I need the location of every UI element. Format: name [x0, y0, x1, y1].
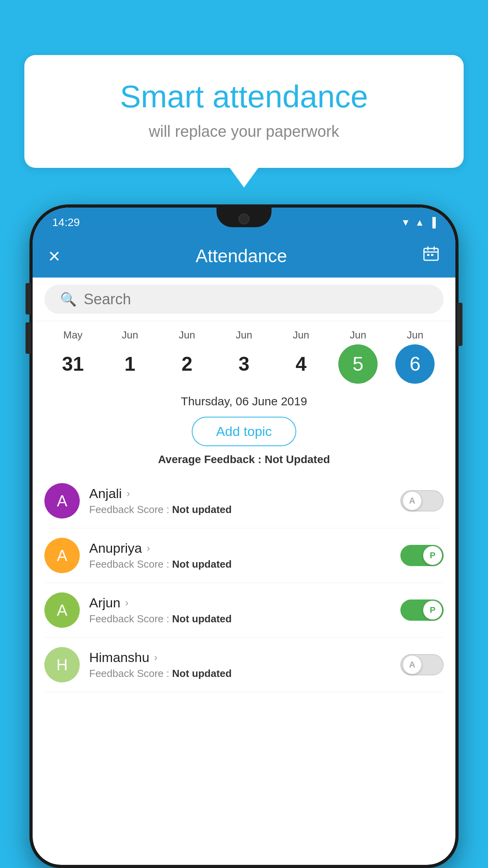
signal-icon: ▲: [415, 217, 424, 228]
date-day[interactable]: 6: [395, 344, 435, 384]
search-bar[interactable]: 🔍: [44, 285, 444, 314]
avatar: A: [44, 483, 80, 519]
date-item[interactable]: Jun3: [218, 329, 270, 384]
date-month: Jun: [293, 329, 309, 341]
attendance-toggle[interactable]: P: [400, 545, 444, 566]
date-month: Jun: [179, 329, 195, 341]
avatar: A: [44, 538, 80, 573]
student-info: Anjali ›Feedback Score : Not updated: [89, 486, 391, 516]
attendance-toggle[interactable]: A: [400, 654, 444, 675]
date-item[interactable]: Jun4: [275, 329, 327, 384]
bubble-title: Smart attendance: [56, 79, 432, 115]
svg-rect-4: [427, 254, 429, 256]
toggle-container[interactable]: A: [400, 654, 444, 675]
selected-date: Thursday, 06 June 2019: [33, 388, 455, 414]
student-name: Anupriya ›: [89, 541, 391, 556]
student-item[interactable]: HHimanshu ›Feedback Score : Not updatedA: [44, 638, 444, 692]
average-feedback-label: Average Feedback :: [158, 453, 262, 465]
feedback-value: Not updated: [172, 504, 232, 515]
date-item[interactable]: Jun2: [161, 329, 213, 384]
toggle-knob: A: [403, 655, 422, 674]
avatar: A: [44, 592, 80, 628]
student-name: Arjun ›: [89, 595, 391, 611]
search-input[interactable]: [84, 291, 428, 308]
avatar: H: [44, 647, 80, 682]
toggle-container[interactable]: A: [400, 490, 444, 511]
date-item[interactable]: Jun1: [105, 329, 156, 384]
date-selector: May31Jun1Jun2Jun3Jun4Jun5Jun6: [33, 321, 455, 388]
student-info: Arjun ›Feedback Score : Not updated: [89, 595, 391, 625]
student-item[interactable]: AAnjali ›Feedback Score : Not updatedA: [44, 474, 444, 528]
date-item[interactable]: Jun5: [332, 329, 383, 384]
date-month: Jun: [350, 329, 366, 341]
toggle-container[interactable]: P: [400, 545, 444, 566]
search-icon: 🔍: [60, 291, 77, 307]
chevron-icon: ›: [127, 487, 130, 500]
status-time: 14:29: [52, 216, 80, 229]
phone-frame: 14:29 ▼ ▲ ▐ × Attendance: [29, 204, 459, 868]
bubble-subtitle: will replace your paperwork: [56, 123, 432, 140]
status-icons: ▼ ▲ ▐: [401, 217, 436, 228]
student-info: Anupriya ›Feedback Score : Not updated: [89, 541, 391, 570]
power-button: [457, 303, 462, 346]
date-month: Jun: [407, 329, 423, 341]
screen: 14:29 ▼ ▲ ▐ × Attendance: [33, 208, 455, 865]
date-day[interactable]: 3: [224, 344, 264, 384]
date-day[interactable]: 2: [167, 344, 207, 384]
feedback-value: Not updated: [172, 558, 232, 570]
speech-bubble-container: Smart attendance will replace your paper…: [24, 55, 464, 168]
student-info: Himanshu ›Feedback Score : Not updated: [89, 650, 391, 680]
toggle-knob: P: [423, 546, 442, 565]
average-feedback: Average Feedback : Not Updated: [33, 453, 455, 474]
date-day[interactable]: 1: [110, 344, 150, 384]
speech-bubble: Smart attendance will replace your paper…: [24, 55, 464, 168]
student-item[interactable]: AArjun ›Feedback Score : Not updatedP: [44, 583, 444, 638]
phone-inner: 14:29 ▼ ▲ ▐ × Attendance: [33, 208, 455, 865]
feedback-value: Not updated: [172, 613, 232, 625]
chevron-icon: ›: [154, 651, 158, 664]
search-container: 🔍: [33, 278, 455, 321]
attendance-toggle[interactable]: P: [400, 600, 444, 621]
date-month: Jun: [236, 329, 252, 341]
feedback-value: Not updated: [172, 668, 232, 679]
student-item[interactable]: AAnupriya ›Feedback Score : Not updatedP: [44, 528, 444, 583]
add-topic-container: Add topic: [33, 414, 455, 453]
feedback-score: Feedback Score : Not updated: [89, 613, 391, 625]
battery-icon: ▐: [429, 217, 436, 228]
date-month: Jun: [122, 329, 138, 341]
volume-down-button: [26, 322, 31, 354]
calendar-icon[interactable]: [422, 245, 440, 267]
student-name: Anjali ›: [89, 486, 391, 501]
date-item[interactable]: Jun6: [389, 329, 440, 384]
notch: [216, 208, 272, 227]
app-bar: × Attendance: [33, 234, 455, 278]
wifi-icon: ▼: [401, 217, 410, 228]
date-day[interactable]: 31: [53, 344, 93, 384]
toggle-container[interactable]: P: [400, 600, 444, 621]
volume-up-button: [26, 283, 31, 314]
date-day[interactable]: 5: [338, 344, 378, 384]
camera: [238, 213, 250, 224]
attendance-toggle[interactable]: A: [400, 490, 444, 511]
close-icon[interactable]: ×: [48, 244, 60, 268]
toggle-knob: P: [423, 601, 442, 620]
toggle-knob: A: [403, 491, 422, 510]
feedback-score: Feedback Score : Not updated: [89, 558, 391, 570]
average-feedback-value: Not Updated: [264, 453, 330, 465]
student-name: Himanshu ›: [89, 650, 391, 665]
date-item[interactable]: May31: [48, 329, 99, 384]
chevron-icon: ›: [125, 597, 128, 609]
students-list: AAnjali ›Feedback Score : Not updatedAAA…: [33, 474, 455, 692]
feedback-score: Feedback Score : Not updated: [89, 668, 391, 680]
date-month: May: [63, 329, 83, 341]
date-day[interactable]: 4: [281, 344, 321, 384]
app-bar-title: Attendance: [60, 245, 422, 267]
svg-rect-5: [431, 254, 433, 256]
chevron-icon: ›: [147, 542, 150, 554]
add-topic-button[interactable]: Add topic: [192, 417, 296, 446]
feedback-score: Feedback Score : Not updated: [89, 504, 391, 516]
